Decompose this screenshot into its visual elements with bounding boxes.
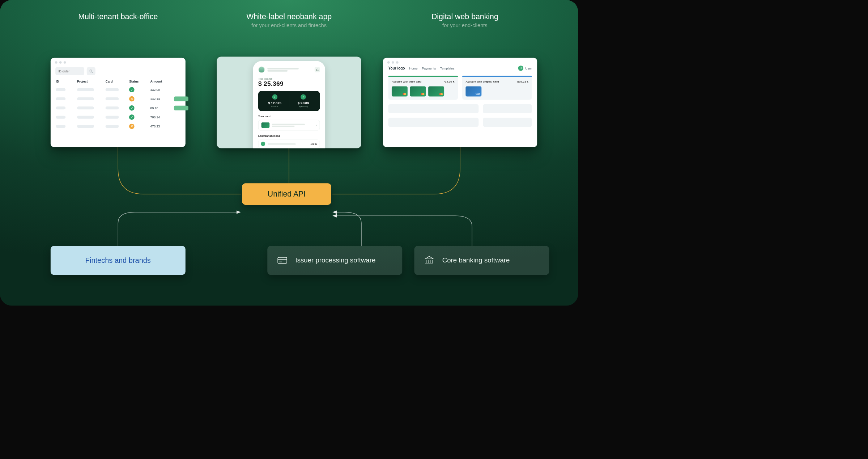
account-prepaid-amount: 855.73 € (517, 80, 528, 83)
heading-backoffice: Multi-tenant back-office (51, 12, 186, 21)
th-id: ID (56, 80, 75, 83)
architecture-diagram: Multi-tenant back-office White-label neo… (0, 0, 578, 306)
table-row[interactable]: ✕478.23 (51, 122, 186, 131)
core-label: Core banking software (442, 257, 510, 264)
user-name: User (525, 66, 532, 70)
svg-marker-3 (332, 210, 337, 214)
svg-rect-5 (278, 257, 287, 264)
fintechs-label: Fintechs and brands (85, 256, 151, 265)
your-card-label: Your card (258, 115, 320, 118)
issuer-label: Issuer processing software (295, 257, 376, 264)
heading-backoffice-title: Multi-tenant back-office (51, 12, 186, 21)
heading-webbank-sub: for your end-clients (393, 22, 537, 29)
account-debit[interactable]: Account with debit card 732.02 € (388, 76, 458, 100)
action-pill[interactable] (174, 96, 188, 101)
table-row[interactable]: ✓708.14 (51, 113, 186, 122)
card-thumb (428, 86, 444, 96)
search-icon (89, 69, 93, 73)
income-label: income (261, 105, 289, 108)
svg-line-1 (92, 72, 93, 72)
card-thumb (261, 122, 270, 128)
account-prepaid-title: Account with prepaid card (465, 80, 499, 83)
spending-label: spending (289, 105, 318, 108)
table-row[interactable]: ✓89.10 (51, 104, 186, 113)
table-header: ID Project Card Status Amount (51, 77, 186, 85)
tx-amount: -31.00 (310, 143, 317, 145)
unified-api-label: Unified API (268, 190, 306, 199)
svg-marker-4 (332, 214, 337, 217)
th-card: Card (106, 80, 127, 83)
window-controls (51, 58, 186, 66)
x-icon: ✕ (129, 124, 135, 129)
action-pill[interactable] (174, 106, 188, 110)
arrow-down-icon: ↓ (272, 94, 277, 100)
income-value: $ 12.025 (261, 101, 289, 105)
brand-logo: Your logo (388, 66, 405, 70)
check-icon: ✓ (129, 114, 135, 120)
card-thumb: VISA (465, 86, 481, 96)
card-thumb (392, 86, 408, 96)
search-input[interactable] (55, 67, 84, 75)
heading-neobank-title: White-label neobank app (211, 12, 367, 21)
card-selector[interactable]: › (258, 120, 320, 130)
heading-neobank: White-label neobank app for your end-cli… (211, 12, 367, 29)
account-debit-title: Account with debit card (392, 80, 422, 83)
fintechs-node: Fintechs and brands (51, 246, 186, 275)
backoffice-window: ID Project Card Status Amount ✓432.00✕14… (51, 58, 186, 147)
th-project: Project (77, 80, 103, 83)
phone-mockup: Total balance $ 25.369 ↓ $ 12.025 income… (253, 61, 325, 148)
heading-webbank-title: Digital web banking (393, 12, 537, 21)
card-icon (276, 254, 289, 267)
th-status: Status (129, 80, 148, 83)
amount-cell: 478.23 (150, 125, 172, 128)
check-icon: ✓ (129, 87, 135, 92)
card-thumb (410, 86, 426, 96)
search-button[interactable] (87, 67, 95, 75)
unified-api-node: Unified API (242, 183, 331, 205)
nav-home[interactable]: Home (409, 66, 417, 70)
balance-label: Total balance (258, 77, 320, 80)
avatar[interactable] (258, 66, 265, 73)
notifications-button[interactable] (315, 67, 320, 72)
arrow-up-icon: ↑ (301, 94, 306, 100)
chevron-right-icon: › (316, 123, 317, 127)
amount-cell: 89.10 (150, 106, 172, 110)
balance-value: $ 25.369 (258, 80, 320, 88)
user-avatar: U (518, 66, 523, 71)
account-debit-amount: 732.02 € (443, 80, 455, 83)
window-controls (383, 58, 537, 66)
svg-marker-2 (237, 210, 241, 214)
table-row[interactable]: ✓432.00 (51, 85, 186, 94)
user-menu[interactable]: U User (518, 66, 532, 71)
heading-webbank: Digital web banking for your end-clients (393, 12, 537, 29)
amount-cell: 142.14 (150, 97, 172, 101)
merchant-icon (261, 142, 265, 146)
amount-cell: 432.00 (150, 88, 172, 92)
table-row[interactable]: ✕142.14 (51, 94, 186, 103)
bell-icon (316, 68, 319, 71)
spending-value: $ 9.589 (289, 101, 318, 105)
last-tx-label: Last transactions (258, 134, 320, 137)
bank-icon (422, 254, 436, 267)
th-amount: Amount (150, 80, 172, 83)
nav-payments[interactable]: Payments (422, 66, 436, 70)
income-spending-card: ↓ $ 12.025 income ↑ $ 9.589 spending (258, 91, 320, 111)
nav-templates[interactable]: Templates (440, 66, 454, 70)
webbank-window: Your logo Home Payments Templates U User… (383, 58, 537, 147)
check-icon: ✓ (129, 105, 135, 111)
heading-neobank-sub: for your end-clients and fintechs (211, 22, 367, 29)
amount-cell: 708.14 (150, 115, 172, 119)
svg-point-0 (90, 70, 92, 72)
transaction-row[interactable]: -31.00 (258, 140, 320, 148)
account-prepaid[interactable]: Account with prepaid card 855.73 € VISA (462, 76, 532, 100)
x-icon: ✕ (129, 96, 135, 102)
issuer-node: Issuer processing software (267, 246, 402, 275)
neobank-panel: Total balance $ 25.369 ↓ $ 12.025 income… (217, 57, 361, 148)
core-banking-node: Core banking software (414, 246, 549, 275)
